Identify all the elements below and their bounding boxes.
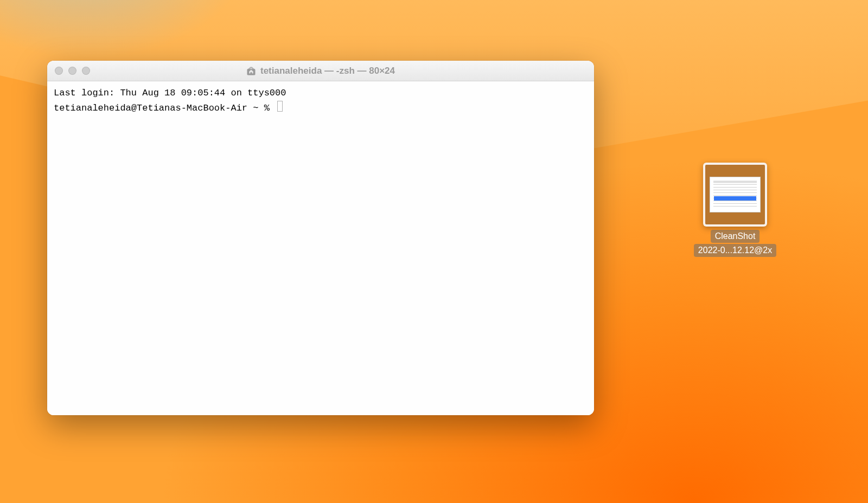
window-title-text: tetianaleheida — -zsh — 80×24 (260, 66, 395, 76)
shell-prompt: tetianaleheida@Tetianas-MacBook-Air ~ % (54, 102, 275, 115)
desktop-file-item[interactable]: CleanShot 2022-0...12.12@2x (700, 163, 770, 257)
prompt-line: tetianaleheida@Tetianas-MacBook-Air ~ % (54, 100, 588, 115)
last-login-line: Last login: Thu Aug 18 09:05:44 on ttys0… (54, 87, 588, 100)
file-thumbnail-icon[interactable] (703, 163, 767, 227)
window-titlebar[interactable]: tetianaleheida — -zsh — 80×24 (47, 61, 594, 81)
minimize-button[interactable] (68, 67, 76, 75)
close-button[interactable] (55, 67, 63, 75)
terminal-window[interactable]: tetianaleheida — -zsh — 80×24 Last login… (47, 61, 594, 415)
file-name-line1: CleanShot (711, 230, 760, 243)
file-thumbnail-preview (710, 177, 761, 212)
window-title: tetianaleheida — -zsh — 80×24 (246, 66, 395, 76)
home-folder-icon (246, 66, 256, 76)
traffic-lights (55, 67, 90, 75)
terminal-cursor[interactable] (277, 101, 283, 112)
file-label[interactable]: CleanShot 2022-0...12.12@2x (694, 230, 776, 257)
terminal-content[interactable]: Last login: Thu Aug 18 09:05:44 on ttys0… (47, 81, 594, 415)
zoom-button[interactable] (82, 67, 90, 75)
file-name-line2: 2022-0...12.12@2x (694, 244, 776, 257)
